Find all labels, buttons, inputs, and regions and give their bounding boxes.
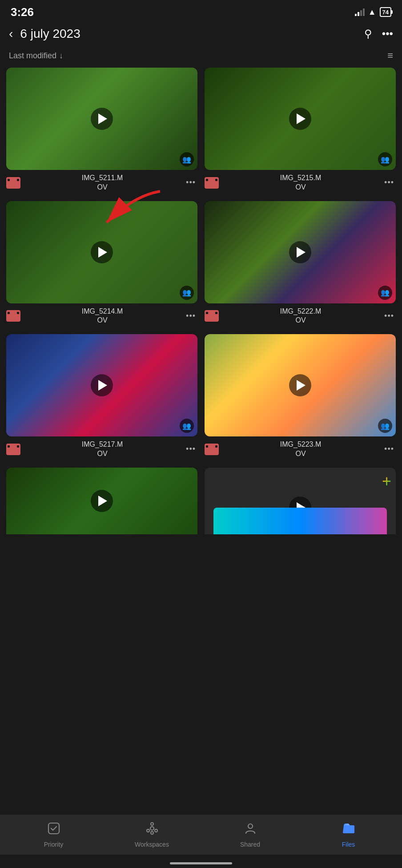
svg-point-5: [147, 829, 149, 832]
film-icon-4: [205, 310, 219, 322]
list-view-icon[interactable]: ≡: [387, 50, 393, 61]
bottom-navigation: Priority Workspaces Shared: [0, 815, 402, 855]
media-name-3: IMG_5214.MOV: [25, 307, 180, 326]
media-grid: 👥 IMG_5211.MOV ••• 👥 IMG_5215.MOV ••• 👥 …: [0, 68, 402, 460]
media-info-1: IMG_5211.MOV •••: [6, 170, 197, 193]
media-item-img5215: 👥 IMG_5215.MOV •••: [205, 68, 396, 193]
media-thumbnail-2[interactable]: 👥: [205, 68, 396, 170]
media-more-button-6[interactable]: •••: [382, 444, 396, 454]
media-item-img5217: 👥 IMG_5217.MOV •••: [6, 334, 197, 460]
play-button-2[interactable]: [289, 108, 311, 130]
media-name-5: IMG_5217.MOV: [25, 440, 180, 459]
files-icon: [342, 822, 355, 838]
shared-badge-2: 👥: [378, 152, 392, 166]
media-item-img5222: 👥 IMG_5222.MOV •••: [205, 201, 396, 327]
play-button-6[interactable]: [289, 374, 311, 396]
svg-point-2: [150, 827, 154, 830]
shared-badge-5: 👥: [180, 419, 194, 433]
home-indicator: [170, 862, 232, 864]
media-item-img5211: 👥 IMG_5211.MOV •••: [6, 68, 197, 193]
signal-bars-icon: [355, 8, 365, 16]
media-info-6: IMG_5223.MOV •••: [205, 436, 396, 460]
sort-button[interactable]: Last modified ↓: [9, 51, 63, 61]
sort-label-text: Last modified: [9, 51, 56, 61]
shared-label: Shared: [240, 841, 260, 848]
play-button-5[interactable]: [91, 374, 113, 396]
status-icons: ▲ 74: [355, 7, 391, 17]
media-thumbnail-3[interactable]: 👥: [6, 201, 197, 303]
nav-item-shared[interactable]: Shared: [233, 822, 268, 848]
page-title: 6 july 2023: [20, 27, 80, 41]
back-button[interactable]: ‹: [9, 28, 13, 40]
film-icon-2: [205, 177, 219, 189]
media-more-button-1[interactable]: •••: [184, 178, 197, 187]
priority-icon: [47, 822, 60, 838]
media-info-3: IMG_5214.MOV •••: [6, 303, 197, 327]
signal-bar-4: [363, 8, 365, 16]
partial-thumbnail-2[interactable]: +: [205, 468, 396, 534]
files-label: Files: [342, 841, 355, 848]
film-icon-3: [6, 310, 20, 322]
shared-icon: [244, 822, 257, 838]
header-left: ‹ 6 july 2023: [9, 27, 80, 41]
wifi-icon: ▲: [368, 8, 376, 17]
media-name-2: IMG_5215.MOV: [223, 174, 378, 192]
sort-bar: Last modified ↓ ≡: [0, 48, 402, 68]
signal-bar-1: [355, 14, 357, 16]
battery-indicator: 74: [380, 7, 391, 17]
shared-badge-1: 👥: [180, 152, 194, 166]
shared-badge-6: 👥: [378, 419, 392, 433]
workspaces-label: Workspaces: [135, 841, 169, 848]
media-thumbnail-4[interactable]: 👥: [205, 201, 396, 303]
media-more-button-3[interactable]: •••: [184, 311, 197, 321]
svg-point-4: [151, 832, 153, 834]
priority-label: Priority: [44, 841, 64, 848]
search-icon[interactable]: ⚲: [364, 28, 372, 40]
media-thumbnail-1[interactable]: 👥: [6, 68, 197, 170]
nav-item-files[interactable]: Files: [331, 822, 366, 848]
media-name-4: IMG_5222.MOV: [223, 307, 378, 326]
media-more-button-4[interactable]: •••: [382, 311, 396, 321]
svg-point-7: [248, 824, 253, 828]
media-item-img5223: 👥 IMG_5223.MOV •••: [205, 334, 396, 460]
film-icon-1: [6, 177, 20, 189]
more-options-icon[interactable]: •••: [382, 28, 393, 40]
play-button-3[interactable]: [91, 241, 113, 263]
nav-item-priority[interactable]: Priority: [36, 822, 72, 848]
media-name-6: IMG_5223.MOV: [223, 440, 378, 459]
status-time: 3:26: [11, 5, 34, 19]
shared-badge-3: 👥: [180, 286, 194, 300]
media-thumbnail-6[interactable]: 👥: [205, 334, 396, 436]
header-right: ⚲ •••: [364, 28, 393, 40]
media-more-button-5[interactable]: •••: [184, 444, 197, 454]
play-button-7[interactable]: [91, 490, 113, 512]
sort-arrow-icon: ↓: [59, 51, 63, 61]
signal-bar-2: [358, 12, 359, 16]
play-button-1[interactable]: [91, 108, 113, 130]
svg-rect-1: [48, 823, 59, 834]
media-name-1: IMG_5211.MOV: [25, 174, 180, 192]
nav-item-workspaces[interactable]: Workspaces: [134, 822, 170, 848]
svg-point-6: [155, 829, 157, 832]
media-info-5: IMG_5217.MOV •••: [6, 436, 197, 460]
header: ‹ 6 july 2023 ⚲ •••: [0, 22, 402, 48]
plus-icon: +: [382, 472, 391, 491]
workspaces-icon: [145, 822, 159, 838]
play-button-4[interactable]: [289, 241, 311, 263]
partial-thumbnail-1[interactable]: [6, 468, 197, 534]
status-bar: 3:26 ▲ 74: [0, 0, 402, 22]
partial-row: +: [0, 468, 402, 534]
media-more-button-2[interactable]: •••: [382, 178, 396, 187]
signal-bar-3: [360, 10, 362, 16]
media-item-img5214: 👥 IMG_5214.MOV •••: [6, 201, 197, 327]
svg-point-3: [151, 823, 153, 825]
media-info-4: IMG_5222.MOV •••: [205, 303, 396, 327]
media-info-2: IMG_5215.MOV •••: [205, 170, 396, 193]
film-icon-5: [6, 444, 20, 455]
film-icon-6: [205, 444, 219, 455]
thumb-decoration: [213, 508, 387, 534]
media-thumbnail-5[interactable]: 👥: [6, 334, 197, 436]
shared-badge-4: 👥: [378, 286, 392, 300]
